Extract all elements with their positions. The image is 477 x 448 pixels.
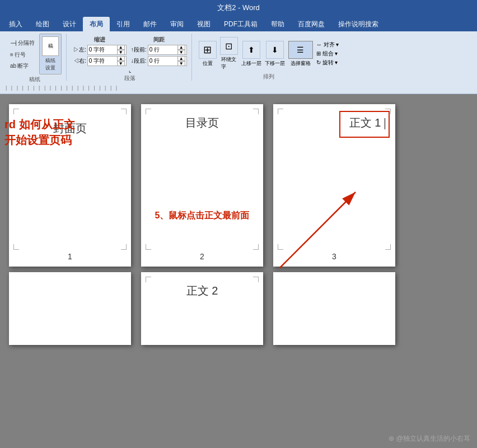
line-number-button[interactable]: ≡ 行号 — [8, 50, 28, 60]
spacing-after-arrows[interactable]: ▲ ▼ — [177, 56, 185, 66]
corner-bl-2 — [146, 244, 151, 250]
align-label: ↔ 对齐 ▾ — [316, 41, 339, 49]
tab-view[interactable]: 视图 — [190, 17, 217, 31]
indent-left-icon: ▷左: — [73, 46, 86, 54]
corner-br-2 — [253, 244, 259, 250]
group-arrange-label: 排列 — [263, 72, 274, 81]
spacing-after-up[interactable]: ▲ — [177, 56, 185, 61]
tab-layout[interactable]: 布局 — [83, 17, 110, 31]
bring-forward-button[interactable]: ⬆ — [242, 41, 260, 59]
selection-pane-button[interactable]: ☰ — [288, 41, 313, 59]
indent-right-up[interactable]: ▲ — [117, 56, 125, 61]
left-annotation: rd 如何从正文 开始设置页码 — [4, 116, 75, 148]
paragraph-expand[interactable]: ⌞ — [129, 67, 132, 73]
page-5-content: 正文 2 — [141, 272, 263, 310]
corner-tr-5 — [253, 277, 259, 282]
hyphenation-button[interactable]: ab 断字 — [8, 61, 31, 71]
group-row: ⊞ 组合 ▾ — [316, 50, 338, 58]
line-number-label: 行号 — [15, 51, 26, 59]
tab-search[interactable]: 操作说明搜索 — [331, 17, 385, 31]
arrange-content: ⊞ 位置 ⊡ 环绕文字 ⬆ 上移一层 ⬇ 下移一层 ☰ 选择窗格 ↔ 对齐 ▾ — [199, 34, 339, 72]
align-row: ↔ 对齐 ▾ — [316, 41, 339, 49]
indent-header: 缩进 — [73, 36, 127, 44]
ruler-marks: | | | | | | | | | | | | | | | | | | | | … — [6, 85, 117, 91]
red-highlight-box — [339, 111, 390, 138]
corner-tr-1 — [121, 109, 127, 114]
indent-right-value: 0 字符 — [89, 57, 105, 65]
page-5[interactable]: 正文 2 — [141, 272, 263, 345]
spacing-after-down[interactable]: ▼ — [177, 61, 185, 66]
drafting-paper-preview: 稿 — [42, 36, 59, 56]
corner-tl-3 — [278, 109, 283, 114]
tab-draw[interactable]: 绘图 — [29, 17, 56, 31]
brand-text: ⊛ @独立认真生活的小右耳 — [389, 434, 470, 444]
spacing-after-field[interactable]: 0 行 ▲ ▼ — [148, 56, 187, 66]
separator-label: 分隔符 — [18, 39, 35, 47]
spacing-before-arrows[interactable]: ▲ ▼ — [177, 45, 185, 55]
title-text: 文档2 - Word — [217, 3, 260, 13]
position-button[interactable]: ⊞ — [199, 41, 217, 59]
indent-left-value: 0 字符 — [89, 46, 105, 54]
annotation-line2: 开始设置页码 — [4, 132, 75, 148]
page-3[interactable]: 正文 1 3 — [273, 104, 395, 267]
tab-design[interactable]: 设计 — [56, 17, 83, 31]
ribbon-tabs: 插入 绘图 设计 布局 引用 邮件 审阅 视图 PDF工具箱 帮助 百度网盘 操… — [0, 16, 477, 31]
rotate-row: ↻ 旋转 ▾ — [316, 59, 338, 67]
indent-right-arrows[interactable]: ▲ ▼ — [117, 56, 125, 66]
corner-tl-5 — [146, 277, 151, 282]
position-label: 位置 — [203, 60, 213, 67]
corner-br-1 — [121, 244, 127, 250]
spacing-before-up[interactable]: ▲ — [177, 45, 185, 50]
annotation-line1: rd 如何从正文 — [4, 116, 75, 132]
wrap-button[interactable]: ⊡ — [220, 37, 238, 55]
indent-left-down[interactable]: ▼ — [117, 50, 125, 55]
tab-help[interactable]: 帮助 — [264, 17, 291, 31]
group-paragraph: 缩进 ▷左: 0 字符 ▲ ▼ ◁右: — [69, 34, 192, 81]
send-back-button[interactable]: ⬇ — [266, 41, 284, 59]
page-2-content: 目录页 — [141, 104, 263, 142]
spacing-before-down[interactable]: ▼ — [177, 50, 185, 55]
drafting-buttons: ⊣ 分隔符 ≡ 行号 ab 断字 稿 稿纸设置 — [8, 34, 62, 74]
page-3-number: 3 — [273, 252, 395, 261]
indent-left-field[interactable]: 0 字符 ▲ ▼ — [87, 45, 127, 55]
group-label: ⊞ 组合 ▾ — [316, 50, 338, 58]
corner-br-3 — [385, 244, 391, 250]
tab-mailings[interactable]: 邮件 — [137, 17, 163, 31]
corner-tr-2 — [253, 109, 259, 114]
separator-button[interactable]: ⊣ 分隔符 — [8, 38, 37, 49]
tab-pdf[interactable]: PDF工具箱 — [217, 17, 264, 31]
group-paragraph-label: 段落 — [124, 73, 135, 82]
spacing-after-icon: ↓段后: — [131, 57, 147, 65]
hyphenation-label: 断字 — [17, 62, 29, 70]
spacing-after-row: ↓段后: 0 行 ▲ ▼ — [131, 56, 187, 66]
tab-references[interactable]: 引用 — [110, 17, 137, 31]
indent-right-down[interactable]: ▼ — [117, 61, 125, 66]
corner-tl-2 — [146, 109, 151, 114]
spacing-before-field[interactable]: 0 行 ▲ ▼ — [148, 45, 187, 55]
send-back-btn-container: ⬇ 下移一层 — [265, 41, 285, 67]
spacing-before-row: ↑段前: 0 行 ▲ ▼ — [131, 45, 187, 55]
indent-left-row: ▷左: 0 字符 ▲ ▼ — [73, 45, 127, 55]
tab-insert[interactable]: 插入 — [2, 17, 29, 31]
separator-icon: ⊣ — [10, 39, 17, 48]
page-6-partial[interactable] — [273, 272, 395, 345]
hyphenation-icon: ab — [10, 63, 16, 69]
page-2-text: 目录页 — [185, 116, 219, 129]
page-2[interactable]: 目录页 5、鼠标点击正文最前面 2 — [141, 104, 263, 267]
tab-review[interactable]: 审阅 — [163, 17, 190, 31]
indent-column: 缩进 ▷左: 0 字符 ▲ ▼ ◁右: — [73, 36, 127, 66]
indent-right-field[interactable]: 0 字符 ▲ ▼ — [87, 56, 127, 66]
paragraph-expand-icon[interactable]: ⌞ — [129, 67, 132, 73]
ruler: | | | | | | | | | | | | | | | | | | | | … — [0, 82, 477, 94]
group-drafting-label: 稿纸 — [29, 74, 40, 83]
tab-baidu[interactable]: 百度网盘 — [291, 17, 331, 31]
indent-left-arrows[interactable]: ▲ ▼ — [117, 45, 125, 55]
spacing-before-value: 0 行 — [149, 46, 160, 54]
spacing-after-value: 0 行 — [149, 57, 160, 65]
page-4-partial[interactable] — [9, 272, 131, 345]
drafting-paper-label: 稿纸设置 — [45, 57, 55, 72]
indent-left-up[interactable]: ▲ — [117, 45, 125, 50]
main-area: rd 如何从正文 开始设置页码 封面页 1 目录页 5、鼠 — [0, 94, 477, 448]
group-drafting: ⊣ 分隔符 ≡ 行号 ab 断字 稿 稿纸设置 稿纸 — [3, 34, 67, 81]
page-2-number: 2 — [141, 252, 263, 261]
